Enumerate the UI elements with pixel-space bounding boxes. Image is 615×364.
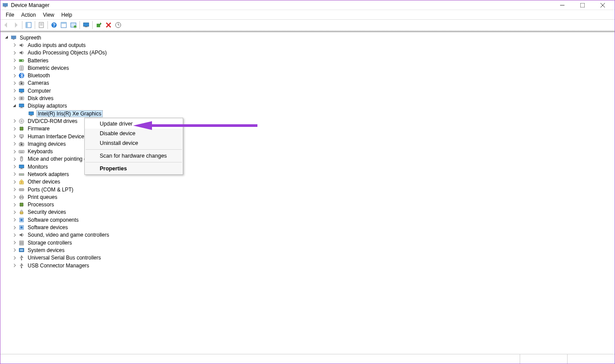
status-pane-2: [567, 354, 615, 364]
expand-closed-icon[interactable]: [12, 202, 17, 207]
drive-icon: [18, 95, 25, 102]
tree-category[interactable]: Biometric devices: [2, 64, 613, 72]
camera-icon: [18, 79, 25, 86]
speaker-icon: [18, 42, 25, 49]
category-label: Other devices: [27, 179, 61, 185]
expand-closed-icon[interactable]: [12, 88, 17, 94]
tree-category[interactable]: Computer: [2, 87, 613, 94]
tree-category[interactable]: Security devices: [2, 209, 613, 216]
svg-rect-19: [85, 26, 87, 27]
tree-category[interactable]: Print queues: [2, 193, 613, 201]
add-hw-button[interactable]: +: [69, 20, 78, 30]
menu-help[interactable]: Help: [58, 11, 76, 19]
expand-open-icon[interactable]: [12, 103, 17, 108]
maximize-button[interactable]: [572, 0, 593, 10]
back-button[interactable]: [1, 20, 11, 30]
category-label: Batteries: [27, 58, 49, 64]
expand-closed-icon[interactable]: [12, 80, 17, 86]
title-bar: Device Manager: [0, 0, 615, 10]
expand-closed-icon[interactable]: [12, 73, 17, 78]
expand-closed-icon[interactable]: [12, 240, 17, 245]
expand-closed-icon[interactable]: [12, 195, 17, 200]
tree-device[interactable]: Intel(R) Iris(R) Xe Graphics: [2, 110, 613, 117]
category-label: Monitors: [27, 164, 49, 170]
expand-closed-icon[interactable]: [12, 248, 17, 253]
tree-category[interactable]: USB Connector Managers: [2, 262, 613, 269]
category-label: Cameras: [27, 80, 50, 86]
expand-closed-icon[interactable]: [12, 179, 17, 184]
monitor-icon: [18, 102, 25, 109]
expand-closed-icon[interactable]: [12, 209, 17, 215]
svg-rect-3: [580, 3, 585, 7]
expand-open-icon[interactable]: [4, 35, 9, 40]
tree-category[interactable]: Storage controllers: [2, 239, 613, 246]
tree-category[interactable]: Batteries: [2, 57, 613, 64]
expand-closed-icon[interactable]: [12, 263, 17, 268]
category-label: Display adaptors: [27, 103, 68, 109]
computer-button[interactable]: [81, 20, 91, 30]
tree-category[interactable]: Audio inputs and outputs: [2, 41, 613, 49]
tree-category[interactable]: Software components: [2, 216, 613, 223]
tree-category[interactable]: Processors: [2, 201, 613, 209]
ctx-scan-hardware[interactable]: Scan for hardware changes: [85, 151, 183, 161]
refresh-button[interactable]: [59, 20, 69, 30]
ctx-properties[interactable]: Properties: [85, 164, 183, 173]
tree-category[interactable]: Bluetooth: [2, 72, 613, 79]
tree-category[interactable]: Ports (COM & LPT): [2, 186, 613, 193]
svg-rect-55: [20, 134, 24, 137]
tree-category[interactable]: Display adaptors: [2, 102, 613, 110]
expand-closed-icon[interactable]: [12, 225, 17, 230]
forward-button[interactable]: [11, 20, 21, 30]
tree-category[interactable]: Audio Processing Objects (APOs): [2, 49, 613, 57]
remove-button[interactable]: [104, 20, 113, 30]
device-tree[interactable]: SupreethAudio inputs and outputsAudio Pr…: [0, 32, 615, 355]
tree-category[interactable]: Disk drives: [2, 94, 613, 102]
expand-closed-icon[interactable]: [12, 96, 17, 101]
scan-hw-button[interactable]: [94, 20, 104, 30]
show-tree-button[interactable]: [24, 20, 33, 30]
expand-closed-icon[interactable]: [12, 119, 17, 124]
expand-closed-icon[interactable]: [12, 172, 17, 177]
expand-closed-icon[interactable]: [12, 126, 17, 131]
expand-closed-icon[interactable]: [12, 149, 17, 154]
tree-category[interactable]: ?Other devices: [2, 178, 613, 186]
expand-closed-icon[interactable]: [12, 255, 17, 260]
ctx-disable-device[interactable]: Disable device: [85, 129, 183, 138]
ctx-update-driver[interactable]: Update driver: [85, 119, 183, 129]
help-button[interactable]: ?: [49, 20, 59, 30]
svg-text:+: +: [74, 26, 76, 29]
menu-view[interactable]: View: [40, 11, 58, 19]
options-button[interactable]: [113, 20, 123, 30]
menu-file[interactable]: File: [2, 11, 18, 19]
tree-category[interactable]: Sound, video and game controllers: [2, 231, 613, 239]
category-label: Software devices: [27, 224, 69, 231]
expand-closed-icon[interactable]: [12, 50, 17, 55]
tree-category[interactable]: Cameras: [2, 79, 613, 87]
tree-category[interactable]: System devices: [2, 246, 613, 254]
tree-root-node[interactable]: Supreeth: [2, 34, 613, 41]
category-label: Computer: [27, 88, 52, 94]
expand-closed-icon[interactable]: [12, 156, 17, 162]
expand-closed-icon[interactable]: [12, 232, 17, 238]
ctx-uninstall-device[interactable]: Uninstall device: [85, 138, 183, 148]
tree-category[interactable]: Universal Serial Bus controllers: [2, 254, 613, 262]
expand-closed-icon[interactable]: [12, 187, 17, 192]
close-button[interactable]: [593, 0, 613, 10]
svg-point-45: [21, 121, 22, 122]
expand-closed-icon[interactable]: [12, 65, 17, 71]
expand-closed-icon[interactable]: [12, 217, 17, 223]
toolbar: ? +: [0, 19, 615, 31]
expand-closed-icon[interactable]: [12, 134, 17, 139]
expand-closed-icon[interactable]: [12, 43, 17, 48]
svg-rect-38: [19, 104, 24, 107]
svg-rect-67: [19, 165, 24, 168]
tree-category[interactable]: Software devices: [2, 223, 613, 231]
expand-closed-icon[interactable]: [12, 141, 17, 147]
svg-rect-95: [20, 226, 22, 228]
expand-closed-icon[interactable]: [12, 58, 17, 63]
menu-action[interactable]: Action: [18, 11, 39, 19]
properties-sheet-button[interactable]: [36, 20, 46, 30]
minimize-button[interactable]: [552, 0, 572, 10]
bluetooth-icon: [18, 72, 25, 79]
expand-closed-icon[interactable]: [12, 164, 17, 169]
